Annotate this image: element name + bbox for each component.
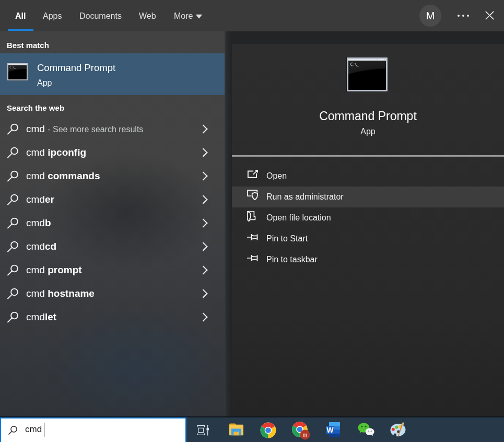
svg-text:W: W	[326, 426, 334, 434]
svg-text:m: m	[303, 432, 308, 438]
